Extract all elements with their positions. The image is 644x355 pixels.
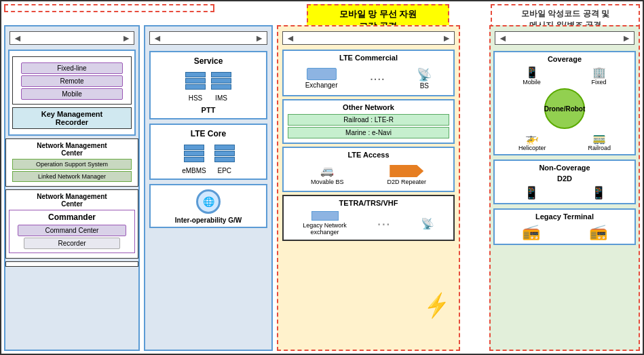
hss-server: HSS: [185, 71, 206, 102]
key-mgmt-text: Key ManagementRecorder: [41, 110, 102, 126]
railroad-device: 🚃 Railroad: [588, 132, 611, 151]
lte-core-icons: eMBMS EPC: [155, 144, 262, 174]
service-icons: HSS IMS: [155, 71, 262, 102]
lte-access-header: [282, 29, 455, 47]
non-coverage-box: Non-Coverage D2D 📱 📱: [493, 160, 636, 204]
lte-access-bottom-box: LTE Access 🚐 Movable BS D2D Repeater: [282, 147, 455, 192]
lte-core-arrow: [149, 31, 267, 45]
interop-box: 🌐 Inter-operability G/W: [149, 184, 267, 228]
service-box: Service HSS IMS: [149, 51, 267, 119]
top-warning-banner: [4, 4, 214, 12]
fixed-label: Fixed: [592, 79, 607, 86]
distinct-service: [5, 261, 138, 267]
d2d-arrow: [390, 165, 423, 177]
helicopter-icon: 🚁: [518, 132, 546, 145]
walkie-talkie-1: 📻: [522, 223, 540, 241]
network-mgmt-1-title: Network ManagementCenter: [9, 142, 135, 157]
mobile-btn[interactable]: Mobile: [21, 88, 122, 100]
epc-server: EPC: [214, 144, 235, 174]
d2d-phone-2: 📱: [591, 185, 606, 200]
hss-label: HSS: [185, 94, 206, 102]
tetra-dots: ···: [377, 214, 390, 233]
embms-server: eMBMS: [182, 144, 206, 174]
commander-title: Commander: [12, 212, 132, 222]
walkie-talkie-2: 📻: [589, 223, 607, 241]
bs-label: BS: [417, 82, 432, 90]
legacy-network-label: Legacy Networkexchanger: [303, 222, 347, 236]
railroad-item: Railroad : LTE-R: [288, 114, 449, 126]
legacy-devices: 📻 📻: [497, 223, 632, 241]
mobile-device-label: Mobile: [523, 79, 541, 86]
helicopter-device: 🚁 Helicopter: [518, 132, 546, 151]
lte-core-inner-box: LTE Core eMBMS EPC: [149, 124, 267, 180]
tetra-content: Legacy Networkexchanger ··· 📡: [286, 210, 451, 237]
fixed-line-btn[interactable]: Fixed-line: [21, 62, 122, 74]
lte-access-bottom-content: 🚐 Movable BS D2D Repeater: [286, 162, 451, 188]
epc-label: EPC: [214, 167, 235, 174]
disaster-control-tower: Fixed-line Remote Mobile Key ManagementR…: [8, 50, 136, 136]
movable-bs-item: 🚐 Movable BS: [311, 164, 344, 185]
exchanger-label: Exchanger: [305, 81, 338, 89]
mobile-device: 📱 Mobile: [523, 66, 541, 86]
helicopter-label: Helicopter: [518, 145, 546, 151]
terminal-header: [495, 29, 634, 47]
embms-icon: [184, 144, 204, 163]
legacy-exchanger-icon: [311, 211, 339, 221]
legacy-terminal-title: Legacy Terminal: [497, 212, 632, 221]
main-container: 모바일 망 무선 자원고갈 공격 모바일 악성코드 공격 및메시지 위/변조 공…: [0, 0, 644, 355]
d2d-repeater-label: D2D Repeater: [387, 179, 426, 185]
section-terminal: Coverage 📱 Mobile 🏢 Fixed Drone/Robot �: [489, 25, 640, 351]
movable-bs-label: Movable BS: [311, 179, 344, 185]
tetra-title: TETRA/TRS/VHF: [286, 199, 451, 207]
ims-icon: [211, 71, 231, 90]
network-mgmt-1: Network ManagementCenter Operation Suppo…: [5, 138, 138, 187]
control-center-header: [10, 29, 134, 47]
d2d-repeater-item: D2D Repeater: [387, 165, 426, 185]
tetra-bs-icon: 📡: [421, 217, 434, 230]
lte-access-arrow: [282, 31, 455, 45]
control-center-arrow: [10, 31, 134, 45]
network-mgmt-2: Network ManagementCenter Commander Comma…: [5, 189, 138, 259]
globe-icon: 🌐: [196, 189, 221, 214]
bs-item: 📡 BS: [417, 67, 432, 90]
lte-commercial-box: LTE Commercial Exchanger ···· 📡 BS: [282, 50, 455, 96]
marine-item: Marine : e-Navi: [288, 127, 449, 138]
movable-bs-icon: 🚐: [311, 164, 344, 177]
remote-btn[interactable]: Remote: [21, 75, 122, 87]
coverage-box: Coverage 📱 Mobile 🏢 Fixed Drone/Robot �: [493, 51, 636, 155]
service-title: Service: [155, 56, 262, 66]
op-support-btn[interactable]: Operation Support System: [12, 159, 132, 170]
building-icon: 🏢: [592, 66, 607, 79]
linked-network-btn[interactable]: Linked Network Manager: [12, 171, 132, 182]
mobile-icon: 📱: [523, 66, 541, 79]
top-devices-row: 📱 Mobile 🏢 Fixed: [497, 66, 632, 86]
lte-access-bottom-title: LTE Access: [286, 151, 451, 159]
coverage-title: Coverage: [497, 55, 632, 63]
hss-icon: [185, 71, 206, 90]
exchanger-icon: [307, 68, 337, 80]
non-coverage-title: Non-Coverage: [497, 164, 632, 172]
section-lte-core: Service HSS IMS: [144, 25, 273, 351]
lte-commercial-title: LTE Commercial: [286, 54, 451, 62]
ims-label: IMS: [211, 94, 231, 102]
legacy-exchanger-item: Legacy Networkexchanger: [303, 211, 347, 236]
d2d-devices: 📱 📱: [497, 185, 632, 200]
fixed-device: 🏢 Fixed: [592, 66, 607, 86]
ptt-label: PTT: [155, 106, 262, 114]
commander-center-btn[interactable]: Command Center: [18, 225, 126, 236]
commander-section: Commander Command Center Recorder: [9, 210, 135, 253]
other-network-box: Other Network Railroad : LTE-R Marine : …: [282, 99, 455, 144]
terminal-arrow: [495, 31, 634, 45]
epc-icon: [214, 144, 235, 163]
ims-server: IMS: [211, 71, 231, 102]
embms-label: eMBMS: [182, 167, 206, 174]
recorder-btn[interactable]: Recorder: [24, 238, 120, 249]
lte-core-header: [149, 29, 267, 47]
section-control-center: Fixed-line Remote Mobile Key ManagementR…: [4, 25, 140, 351]
lte-core-inner-title: LTE Core: [155, 129, 262, 138]
other-network-title: Other Network: [286, 103, 451, 111]
railroad-label: Railroad: [588, 145, 611, 151]
bs-icon: 📡: [417, 67, 432, 82]
interop-label: Inter-operability G/W: [153, 217, 263, 224]
lightning-bolt: ⚡: [421, 291, 453, 320]
